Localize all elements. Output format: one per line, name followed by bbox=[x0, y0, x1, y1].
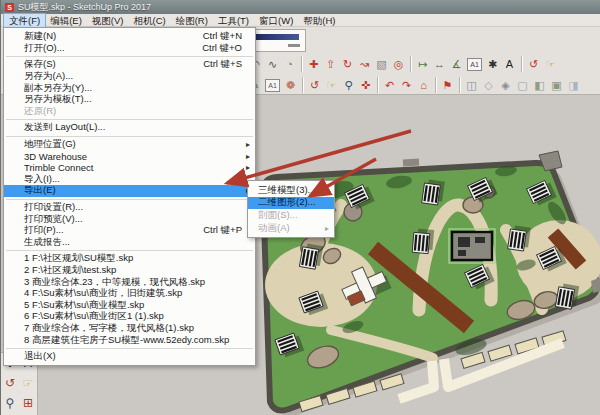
3d-text-icon[interactable]: A bbox=[501, 55, 518, 73]
menu-separator bbox=[6, 199, 253, 200]
wireframe-style-icon[interactable]: ◈ bbox=[497, 76, 514, 94]
orbit-icon[interactable]: ↺ bbox=[306, 76, 323, 94]
next-view-icon[interactable]: ↷ bbox=[398, 76, 415, 94]
building-row bbox=[299, 243, 323, 270]
menubar-item-window[interactable]: 窗口(W) bbox=[254, 14, 298, 27]
menu-item-3d-warehouse[interactable]: 3D Warehouse▸ bbox=[4, 150, 255, 162]
menu-item-save-as-template[interactable]: 另存为模板(T)... bbox=[4, 94, 255, 106]
menu-item-label: 3 商业综合体.23，中等规模，现代风格.skp bbox=[24, 276, 242, 288]
toolbar-separator bbox=[410, 56, 411, 72]
menu-item-print-preview[interactable]: 打印预览(V)... bbox=[4, 213, 255, 225]
menu-item-label: 4 F:\Su素材\su\商业街，旧街建筑.skp bbox=[24, 288, 242, 300]
axes-tool-icon[interactable]: ✱ bbox=[484, 55, 501, 73]
menu-item-save-as[interactable]: 另存为(A)... bbox=[4, 71, 255, 83]
toolbar-row-1: ◠∿◔✚⇧↻↝▧◎↦↔∡A1✱A↺☞ bbox=[247, 54, 559, 74]
menu-item-recent-file-7[interactable]: 7 商业综合体，写字楼，现代风格(1).skp bbox=[4, 323, 255, 335]
menu-item-save[interactable]: 保存(S)Ctrl 键+S bbox=[4, 59, 255, 71]
menu-item-import[interactable]: 导入(I)... bbox=[4, 174, 255, 186]
text-tool-icon[interactable]: A1 bbox=[467, 58, 482, 71]
menu-item-recent-file-3[interactable]: 3 商业综合体.23，中等规模，现代风格.skp bbox=[4, 276, 255, 288]
menubar-item-draw[interactable]: 绘图(R) bbox=[171, 14, 213, 27]
views-icon[interactable]: ⌂ bbox=[415, 76, 432, 94]
menu-item-shortcut: Ctrl 键+S bbox=[203, 59, 242, 71]
menu-item-label: 另存为模板(T)... bbox=[24, 94, 242, 106]
menu-item-export-3d-model[interactable]: 三维模型(3)... bbox=[248, 184, 334, 197]
menu-item-label: 导入(I)... bbox=[24, 174, 242, 186]
hidden-line-style-icon[interactable]: ▢ bbox=[514, 76, 531, 94]
back-edges-style-icon[interactable]: ◇ bbox=[480, 76, 497, 94]
menu-item-geo-location[interactable]: 地理位置(G)▸ bbox=[4, 139, 255, 151]
menu-item-export-2d-graphic[interactable]: 二维图形(2)... bbox=[248, 197, 334, 210]
menu-separator bbox=[6, 119, 253, 120]
scale-tool-icon[interactable]: ▧ bbox=[373, 55, 390, 73]
menu-item-recent-file-5[interactable]: 5 F:\Su素材\su\商业模型.skp bbox=[4, 299, 255, 311]
menu-separator bbox=[6, 250, 253, 251]
menu-item-recent-file-8[interactable]: 8 高层建筑住宅房子SU模型-www.52edy.com.skp bbox=[4, 334, 255, 346]
file-menu: 新建(N)Ctrl 键+N打开(O)...Ctrl 键+O保存(S)Ctrl 键… bbox=[3, 27, 256, 366]
menu-item-print-setup[interactable]: 打印设置(R)... bbox=[4, 202, 255, 214]
push-pull-tool-icon[interactable]: ⇧ bbox=[322, 55, 339, 73]
submenu-arrow-icon: ▸ bbox=[242, 163, 250, 172]
sketchup-window: S SU模型.skp - SketchUp Pro 2017 文件(F)编辑(E… bbox=[0, 0, 600, 415]
toolbar-separator bbox=[459, 77, 460, 93]
shaded-style-icon[interactable]: ◧ bbox=[531, 76, 548, 94]
menu-item-label: Trimble Connect bbox=[24, 162, 242, 173]
menubar-item-tools[interactable]: 工具(T) bbox=[213, 14, 254, 27]
zoom-icon[interactable]: ⚲ bbox=[340, 76, 357, 94]
menu-item-save-copy-as[interactable]: 副本另存为(Y)... bbox=[4, 82, 255, 94]
menu-item-label: 地理位置(G) bbox=[24, 139, 242, 151]
orbit-tool-icon[interactable]: ↺ bbox=[525, 55, 542, 73]
position-camera-icon[interactable]: ⚑ bbox=[439, 76, 456, 94]
pie-tool-icon[interactable]: ◔ bbox=[281, 55, 298, 73]
menu-item-label: 打开(O)... bbox=[24, 43, 192, 55]
menu-item-recent-file-1[interactable]: 1 F:\社区规划\SU模型.skp bbox=[4, 253, 255, 265]
pan-icon[interactable]: ☞ bbox=[323, 76, 340, 94]
menu-item-label: 打印预览(V)... bbox=[24, 213, 242, 225]
menu-item-shortcut: Ctrl 键+P bbox=[203, 225, 242, 237]
follow-me-tool-icon[interactable]: ↝ bbox=[356, 55, 373, 73]
move-tool-icon[interactable]: ✚ bbox=[305, 55, 322, 73]
menubar-item-edit[interactable]: 编辑(E) bbox=[45, 14, 87, 27]
protractor-icon[interactable]: ∡ bbox=[448, 55, 465, 73]
menu-item-exit[interactable]: 退出(X) bbox=[4, 351, 255, 363]
menu-item-shortcut: Ctrl 键+N bbox=[203, 31, 242, 43]
text-label-icon[interactable]: A1 bbox=[265, 79, 280, 92]
tape-measure-icon[interactable]: ↦ bbox=[414, 55, 431, 73]
freehand-tool-icon[interactable]: ∿ bbox=[264, 55, 281, 73]
pan-icon[interactable]: ☞ bbox=[19, 373, 37, 393]
orbit-icon[interactable]: ↺ bbox=[1, 373, 19, 393]
menu-item-print[interactable]: 打印(P)...Ctrl 键+P bbox=[4, 225, 255, 237]
dimension-icon[interactable]: ↔ bbox=[431, 55, 448, 73]
menubar-item-view[interactable]: 视图(V) bbox=[87, 14, 129, 27]
monochrome-style-icon[interactable]: ◨ bbox=[565, 76, 582, 94]
sketchup-logo-icon: S bbox=[5, 3, 14, 12]
menubar-item-file[interactable]: 文件(F) bbox=[4, 14, 45, 27]
menu-item-export[interactable]: 导出(E)▸ bbox=[4, 185, 255, 197]
offset-tool-icon[interactable]: ◎ bbox=[390, 55, 407, 73]
menu-item-recent-file-2[interactable]: 2 F:\社区规划\test.skp bbox=[4, 265, 255, 277]
menu-item-label: 三维模型(3)... bbox=[258, 184, 321, 197]
zoom-icon[interactable]: ⚲ bbox=[1, 393, 19, 413]
zoom-extents-icon[interactable]: ✜ bbox=[357, 76, 374, 94]
menu-item-recent-file-6[interactable]: 6 F:\Su素材\su\商业街区1 (1).skp bbox=[4, 311, 255, 323]
menu-item-label: 动画(A) bbox=[258, 222, 321, 235]
pan-tool-icon[interactable]: ☞ bbox=[542, 55, 559, 73]
menu-item-send-to-layout[interactable]: 发送到 LayOut(L)... bbox=[4, 122, 255, 134]
menu-item-export-animation: 动画(A)▸ bbox=[248, 222, 334, 235]
submenu-arrow-icon: ▸ bbox=[321, 224, 329, 233]
menu-item-label: 6 F:\Su素材\su\商业街区1 (1).skp bbox=[24, 311, 242, 323]
menu-item-new[interactable]: 新建(N)Ctrl 键+N bbox=[4, 31, 255, 43]
rotate-tool-icon[interactable]: ↻ bbox=[339, 55, 356, 73]
xray-style-icon[interactable]: ◫ bbox=[463, 76, 480, 94]
menubar-item-help[interactable]: 帮助(H) bbox=[298, 14, 340, 27]
menu-item-trimble-connect[interactable]: Trimble Connect▸ bbox=[4, 162, 255, 174]
title-bar: S SU模型.skp - SketchUp Pro 2017 bbox=[1, 0, 600, 14]
menu-item-recent-file-4[interactable]: 4 F:\Su素材\su\商业街，旧街建筑.skp bbox=[4, 288, 255, 300]
styles-icon[interactable]: ❁ bbox=[282, 76, 299, 94]
menubar-item-camera[interactable]: 相机(C) bbox=[128, 14, 170, 27]
previous-view-icon[interactable]: ↶ bbox=[381, 76, 398, 94]
textured-style-icon[interactable]: ▣ bbox=[548, 76, 565, 94]
menu-item-open[interactable]: 打开(O)...Ctrl 键+O bbox=[4, 43, 255, 55]
zoom-window-icon[interactable]: ⊞ bbox=[19, 393, 37, 413]
menu-item-generate-report[interactable]: 生成报告... bbox=[4, 237, 255, 249]
